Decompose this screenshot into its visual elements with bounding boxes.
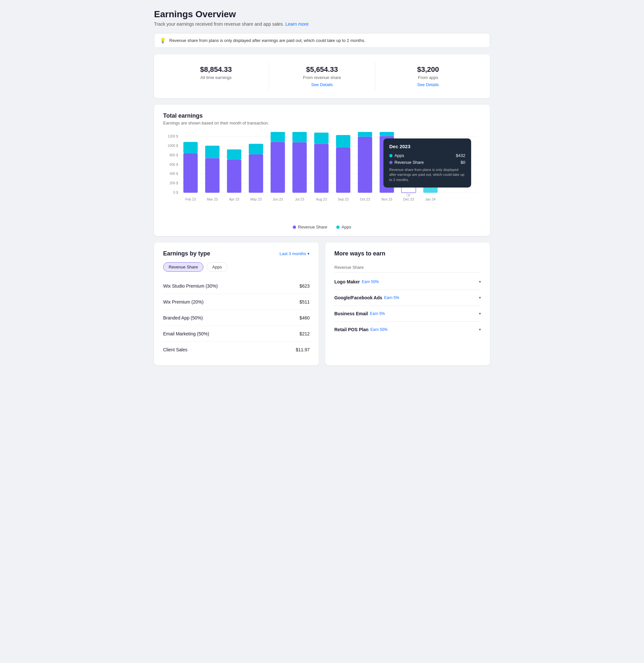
svg-text:1000 $: 1000 $ [168,144,178,147]
svg-text:Nov 23: Nov 23 [382,197,392,201]
svg-rect-24 [293,142,307,193]
svg-rect-20 [249,154,263,193]
earn-badge: Earn 50% [370,327,388,332]
chart-tooltip: Dec 2023 Apps $432 Revenue Share $0 Reve… [384,138,471,187]
more-ways-item-google-ads[interactable]: Google/Facebook Ads Earn 5% ▾ [335,290,481,306]
earnings-type-card: Earnings by type Last 3 months ▾ Revenue… [154,243,319,365]
svg-text:Mar 23: Mar 23 [207,197,218,201]
item-name: Business Email [335,311,368,316]
legend-revenue: Revenue Share [293,225,327,229]
all-time-amount: $8,854.33 [169,65,262,74]
chart-title: Total earnings [163,112,481,119]
more-ways-item-logo-maker[interactable]: Logo Maker Earn 50% ▾ [335,274,481,290]
list-item: Email Marketing (50%) $212 [163,326,309,342]
notice-icon: 💡 [160,37,166,44]
more-ways-item-business-email[interactable]: Business Email Earn 5% ▾ [335,306,481,322]
legend-revenue-dot [293,226,296,229]
svg-text:Feb 23: Feb 23 [185,197,196,201]
svg-rect-19 [227,150,242,160]
svg-text:May 23: May 23 [250,197,261,201]
svg-rect-23 [271,132,285,142]
tooltip-apps-row: Apps $432 [389,153,465,158]
item-label: Wix Premium (20%) [163,299,203,304]
tab-apps[interactable]: Apps [207,262,227,272]
item-name: Retail POS Plan [335,327,368,332]
list-item: Wix Studio Premium (30%) $623 [163,278,309,294]
svg-rect-28 [336,147,350,193]
filter-chevron-icon: ▾ [307,251,309,256]
svg-text:Jun 23: Jun 23 [273,197,283,201]
filter-button[interactable]: Last 3 months ▾ [279,251,309,256]
item-name: Logo Maker [335,279,360,284]
svg-rect-30 [358,137,372,193]
revenue-share-label: From revenue share [276,75,368,80]
revenue-share-details-link[interactable]: See Details [311,82,333,87]
svg-text:0 $: 0 $ [173,190,178,195]
list-item: Client Sales $11.97 [163,342,309,358]
summary-apps: $3,200 From apps See Details [375,62,481,90]
summary-revenue-share: $5,654.33 From revenue share See Details [269,62,375,90]
page-title: Earnings Overview [154,9,490,20]
earnings-list: Wix Studio Premium (30%) $623 Wix Premiu… [163,278,309,358]
more-ways-title: More ways to earn [335,250,481,257]
svg-text:1200 $: 1200 $ [168,134,178,138]
more-ways-item-label: Retail POS Plan Earn 50% [335,327,388,332]
earn-badge: Earn 5% [370,311,385,316]
notice-bar: 💡 Revenue share from plans is only displ… [154,33,490,48]
chart-wrapper: 1200 $ 1000 $ 800 $ 600 $ 400 $ 200 $ 0 … [163,132,481,220]
chart-card: Total earnings Earnings are shown based … [154,105,490,236]
svg-rect-29 [336,135,350,147]
svg-rect-17 [205,145,219,158]
chevron-down-icon: ▾ [479,327,481,332]
apps-details-link[interactable]: See Details [417,82,439,87]
svg-text:Jul 23: Jul 23 [295,197,304,201]
chart-legend: Revenue Share Apps [163,225,481,229]
chart-subtitle: Earnings are shown based on their month … [163,120,481,125]
item-value: $511 [300,299,309,304]
earn-badge: Earn 50% [362,279,379,284]
svg-text:☞: ☞ [406,192,411,199]
svg-text:Jan 24: Jan 24 [425,197,436,201]
svg-rect-31 [358,132,372,137]
item-value: $623 [300,283,309,289]
tooltip-revenue-dot [389,161,392,164]
earn-badge: Earn 5% [384,295,399,300]
legend-apps-dot [336,226,340,229]
tooltip-apps-dot [389,154,392,157]
item-label: Branded App (50%) [163,315,203,320]
summary-card: $8,854.33 All time earnings $5,654.33 Fr… [154,54,490,98]
svg-text:Apr 23: Apr 23 [229,197,239,201]
tooltip-apps-label: Apps [389,153,404,158]
item-value: $11.97 [296,347,309,352]
svg-text:600 $: 600 $ [169,162,178,166]
svg-rect-18 [227,159,242,193]
revenue-share-amount: $5,654.33 [276,65,368,74]
item-label: Client Sales [163,347,187,352]
svg-text:Aug 23: Aug 23 [316,197,327,201]
more-ways-item-retail-pos[interactable]: Retail POS Plan Earn 50% ▾ [335,322,481,337]
notice-text: Revenue share from plans is only display… [169,38,365,43]
svg-rect-26 [314,144,328,193]
more-ways-card: More ways to earn Revenue Share Logo Mak… [325,243,490,365]
item-value: $212 [300,331,309,336]
chevron-down-icon: ▾ [479,311,481,316]
subtitle-text: Track your earnings received from revenu… [154,21,285,27]
tab-group: Revenue Share Apps [163,262,309,272]
svg-rect-15 [183,142,198,153]
list-item: Wix Premium (20%) $511 [163,294,309,310]
legend-apps-label: Apps [342,225,351,229]
summary-all-time: $8,854.33 All time earnings [163,62,269,90]
item-label: Email Marketing (50%) [163,331,209,336]
page-subtitle: Track your earnings received from revenu… [154,21,490,27]
earnings-type-header: Earnings by type Last 3 months ▾ [163,250,309,257]
svg-text:800 $: 800 $ [169,153,178,157]
tooltip-apps-value: $432 [456,153,465,158]
svg-rect-25 [293,132,307,142]
chevron-down-icon: ▾ [479,295,481,300]
legend-apps: Apps [336,225,351,229]
tooltip-revenue-value: $0 [461,160,465,165]
tab-revenue-share[interactable]: Revenue Share [163,262,203,272]
svg-rect-27 [314,133,328,144]
learn-more-link[interactable]: Learn more [285,21,309,27]
tooltip-revenue-label: Revenue Share [389,160,424,165]
